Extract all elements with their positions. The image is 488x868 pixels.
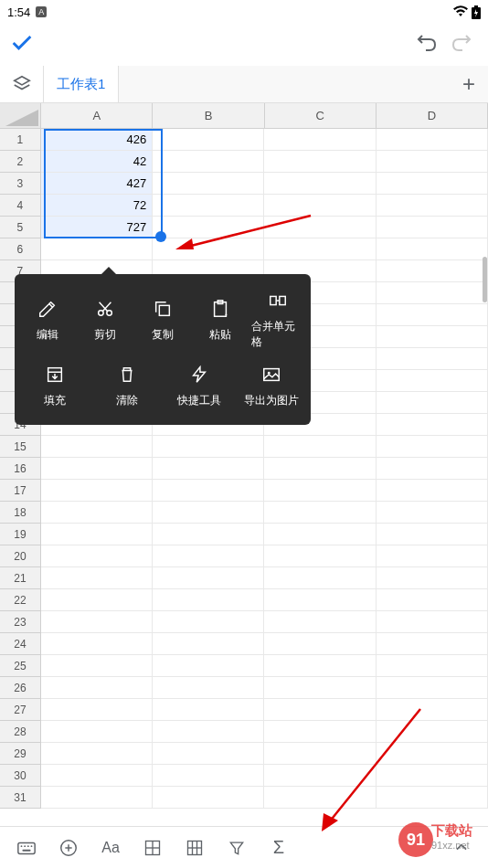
cell[interactable] xyxy=(264,633,376,655)
cell[interactable] xyxy=(377,238,488,260)
cell[interactable] xyxy=(264,677,376,699)
undo-button[interactable] xyxy=(409,27,444,62)
cell[interactable] xyxy=(153,721,264,743)
cell[interactable] xyxy=(264,173,376,195)
row-header[interactable]: 17 xyxy=(0,480,41,502)
cell[interactable] xyxy=(153,173,264,195)
cell[interactable] xyxy=(377,633,488,655)
cell[interactable] xyxy=(264,589,376,611)
cell[interactable] xyxy=(153,502,264,524)
row-header[interactable]: 22 xyxy=(0,589,41,611)
menu-item-edit[interactable]: 编辑 xyxy=(18,283,76,357)
cell[interactable] xyxy=(153,545,264,567)
cell[interactable] xyxy=(377,567,488,589)
cell[interactable] xyxy=(41,765,153,787)
col-header-d[interactable]: D xyxy=(377,103,488,128)
cell[interactable] xyxy=(153,458,264,480)
keyboard-button[interactable] xyxy=(7,829,46,867)
row-header[interactable]: 19 xyxy=(0,524,41,545)
cell[interactable] xyxy=(41,611,153,633)
row-header[interactable]: 4 xyxy=(0,195,41,217)
row-header[interactable]: 25 xyxy=(0,655,41,677)
cell[interactable] xyxy=(377,304,488,326)
select-all-corner[interactable] xyxy=(0,103,41,128)
cell[interactable] xyxy=(41,480,153,502)
cell[interactable] xyxy=(377,151,488,173)
add-sheet-button[interactable]: + xyxy=(450,66,488,102)
sum-button[interactable]: Σ xyxy=(260,829,298,867)
row-header[interactable]: 5 xyxy=(0,217,41,238)
menu-item-merge[interactable]: 合并单元格 xyxy=(249,283,307,357)
row-header[interactable]: 23 xyxy=(0,611,41,633)
cell[interactable] xyxy=(377,282,488,304)
menu-item-fill[interactable]: 填充 xyxy=(18,357,90,416)
row-header[interactable]: 15 xyxy=(0,436,41,458)
cell[interactable] xyxy=(153,567,264,589)
row-header[interactable]: 20 xyxy=(0,545,41,567)
cell[interactable] xyxy=(377,502,488,524)
redo-button[interactable] xyxy=(444,27,479,62)
cell[interactable] xyxy=(41,677,153,699)
cell[interactable] xyxy=(41,545,153,567)
cell[interactable] xyxy=(377,217,488,238)
cell[interactable] xyxy=(377,195,488,217)
cell[interactable] xyxy=(377,611,488,633)
menu-item-flash[interactable]: 快捷工具 xyxy=(163,357,235,416)
sheet-tab-active[interactable]: 工作表1 xyxy=(44,66,119,102)
cell[interactable] xyxy=(264,567,376,589)
menu-item-cut[interactable]: 剪切 xyxy=(76,283,133,357)
cell[interactable] xyxy=(264,129,376,151)
cell[interactable] xyxy=(41,436,153,458)
row-header[interactable]: 24 xyxy=(0,633,41,655)
cell[interactable] xyxy=(153,480,264,502)
cell[interactable]: 42 xyxy=(41,151,153,173)
cell[interactable]: 427 xyxy=(41,173,153,195)
row-header[interactable]: 26 xyxy=(0,677,41,699)
row-header[interactable]: 16 xyxy=(0,458,41,480)
cell[interactable] xyxy=(41,787,153,809)
cell[interactable] xyxy=(377,524,488,545)
cell[interactable]: 72 xyxy=(41,195,153,217)
cell[interactable] xyxy=(264,458,376,480)
add-button[interactable] xyxy=(49,829,88,867)
filter-button[interactable] xyxy=(217,829,256,867)
row-header[interactable]: 21 xyxy=(0,567,41,589)
cell[interactable] xyxy=(377,348,488,370)
cell[interactable] xyxy=(41,743,153,765)
cell[interactable] xyxy=(41,699,153,721)
col-header-b[interactable]: B xyxy=(153,103,264,128)
row-header[interactable]: 30 xyxy=(0,765,41,787)
menu-item-image[interactable]: 导出为图片 xyxy=(235,357,307,416)
cell[interactable] xyxy=(377,458,488,480)
cell[interactable] xyxy=(41,567,153,589)
cell[interactable] xyxy=(153,655,264,677)
row-header[interactable]: 28 xyxy=(0,721,41,743)
row-header[interactable]: 3 xyxy=(0,173,41,195)
cell[interactable] xyxy=(153,611,264,633)
cell[interactable] xyxy=(41,238,153,260)
cell[interactable] xyxy=(41,524,153,545)
row-header[interactable]: 27 xyxy=(0,699,41,721)
cell[interactable] xyxy=(153,677,264,699)
cell[interactable] xyxy=(377,655,488,677)
cell[interactable] xyxy=(264,436,376,458)
font-button[interactable]: Aa xyxy=(91,829,130,867)
cell[interactable] xyxy=(41,589,153,611)
col-header-c[interactable]: C xyxy=(265,103,377,128)
cell[interactable] xyxy=(41,458,153,480)
col-header-a[interactable]: A xyxy=(41,103,153,128)
cell[interactable]: 727 xyxy=(41,217,153,238)
cell[interactable] xyxy=(377,589,488,611)
cell[interactable] xyxy=(264,611,376,633)
vertical-scrollbar[interactable] xyxy=(483,257,487,302)
cell[interactable] xyxy=(153,524,264,545)
cell[interactable] xyxy=(377,414,488,436)
menu-item-paste[interactable]: 粘贴 xyxy=(192,283,249,357)
menu-item-delete[interactable]: 清除 xyxy=(90,357,163,416)
cell[interactable] xyxy=(153,436,264,458)
cell[interactable] xyxy=(377,480,488,502)
cell-button[interactable] xyxy=(133,829,172,867)
cell[interactable] xyxy=(377,677,488,699)
cell[interactable] xyxy=(153,699,264,721)
cell[interactable] xyxy=(264,545,376,567)
